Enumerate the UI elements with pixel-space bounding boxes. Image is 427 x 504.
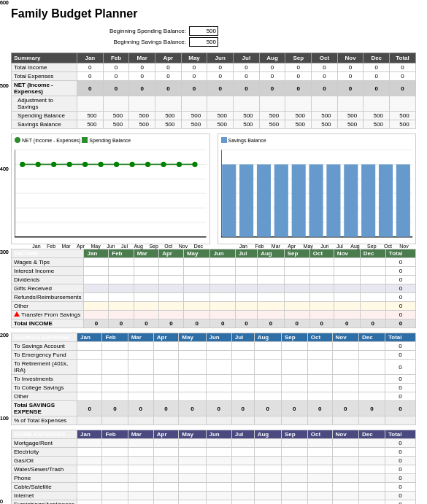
income-header-row: INCOME Jan Feb Mar Apr May Jun Jul Aug S…: [12, 249, 416, 258]
savings-cell: [128, 351, 153, 360]
savings-row: To Emergency Fund0: [12, 351, 416, 360]
savings-balance-input[interactable]: [189, 37, 218, 47]
right-y-axis: 600 500 400 300 200 100 0: [0, 0, 10, 504]
savings-cell: [254, 375, 281, 384]
svg-rect-39: [378, 164, 392, 236]
income-cell: 0: [385, 276, 415, 284]
home-cell: [206, 439, 231, 448]
home-cell: [307, 457, 332, 465]
income-cell: 0: [385, 284, 415, 293]
savings-cell: [307, 392, 332, 401]
income-cell: [134, 276, 158, 284]
income-cell: [210, 293, 235, 302]
income-cell: [309, 258, 334, 267]
income-cell: [360, 302, 385, 311]
income-cell: 0: [159, 319, 184, 328]
income-cell: 0: [109, 319, 134, 328]
home-cell: [307, 500, 332, 504]
summary-row-label: Spending Balance: [12, 112, 77, 120]
income-cell: [84, 302, 109, 311]
svg-point-10: [36, 162, 41, 167]
income-cell: [258, 258, 285, 267]
home-cell: [359, 483, 385, 492]
spending-balance-row: Beginning Spending Balance:: [84, 26, 416, 36]
summary-cell: 0: [181, 63, 207, 72]
income-cell: [334, 276, 360, 284]
income-section-label: INCOME: [12, 249, 84, 258]
income-cell: [159, 276, 184, 284]
income-cell: [258, 267, 285, 276]
home-cell: [206, 448, 231, 457]
summary-cell: 0: [207, 63, 234, 72]
svg-point-14: [99, 162, 104, 167]
savings-cell: [102, 360, 128, 375]
home-cell: [77, 457, 102, 465]
home-cell: [254, 474, 281, 483]
home-row-label: Internet: [12, 492, 77, 500]
home-cell: [102, 439, 128, 448]
income-cell: [109, 258, 134, 267]
home-cell: [332, 465, 359, 474]
home-cell: [128, 500, 153, 504]
savings-row-label: To Emergency Fund: [12, 351, 77, 360]
income-cell: [235, 258, 257, 267]
home-row-label: Furnishings/Appliances: [12, 500, 77, 504]
income-cell: [109, 284, 134, 293]
income-cell: [360, 284, 385, 293]
savings-cell: [254, 384, 281, 392]
income-cell: [334, 293, 360, 302]
savings-cell: [254, 392, 281, 401]
income-cell: [183, 267, 210, 276]
income-cell: [84, 311, 109, 319]
col-jun: Jun: [207, 53, 234, 63]
home-cell: [307, 483, 332, 492]
savings-cell: [231, 360, 254, 375]
income-cell: [309, 284, 334, 293]
summary-cell: 500: [103, 112, 129, 120]
summary-cell: [155, 96, 182, 112]
savings-cell: [77, 342, 102, 351]
income-row: Total INCOME0000000000000: [12, 319, 416, 328]
home-cell: [281, 465, 307, 474]
income-cell: 0: [235, 319, 257, 328]
savings-cell: [281, 392, 307, 401]
col-total: Total: [390, 53, 416, 63]
income-cell: [159, 258, 184, 267]
savings-cell: [153, 360, 178, 375]
income-cell: [109, 293, 134, 302]
summary-cell: 0: [312, 72, 338, 81]
home-cell: [77, 483, 102, 492]
home-cell: [153, 500, 178, 504]
home-row-label: Electricity: [12, 448, 77, 457]
col-sep: Sep: [285, 53, 312, 63]
income-cell: [309, 276, 334, 284]
savings-cell: [179, 384, 206, 392]
income-cell: [284, 276, 309, 284]
summary-cell: 0: [234, 72, 260, 81]
savings-cell: [359, 342, 385, 351]
summary-cell: 0: [155, 81, 182, 96]
home-cell: [307, 439, 332, 448]
svg-point-9: [20, 162, 25, 167]
income-cell: [235, 276, 257, 284]
home-row: Cable/Satellite0: [12, 483, 416, 492]
savings-cell: [307, 351, 332, 360]
home-row: Phone0: [12, 474, 416, 483]
income-cell: [334, 284, 360, 293]
home-cell: [359, 474, 385, 483]
home-cell: [332, 500, 359, 504]
income-cell: [360, 311, 385, 319]
summary-cell: 500: [103, 120, 129, 129]
summary-cell: 500: [207, 112, 234, 120]
savings-cell: 0: [385, 360, 415, 375]
home-cell: [102, 457, 128, 465]
income-cell: [258, 293, 285, 302]
home-cell: [77, 439, 102, 448]
spending-balance-input[interactable]: [189, 26, 218, 36]
summary-row: Total Income0000000000000: [12, 63, 416, 72]
home-cell: [206, 483, 231, 492]
home-cell: [153, 492, 178, 500]
home-cell: [281, 492, 307, 500]
spending-balance-label: Beginning Spending Balance:: [84, 28, 186, 34]
summary-cell: 0: [285, 72, 312, 81]
